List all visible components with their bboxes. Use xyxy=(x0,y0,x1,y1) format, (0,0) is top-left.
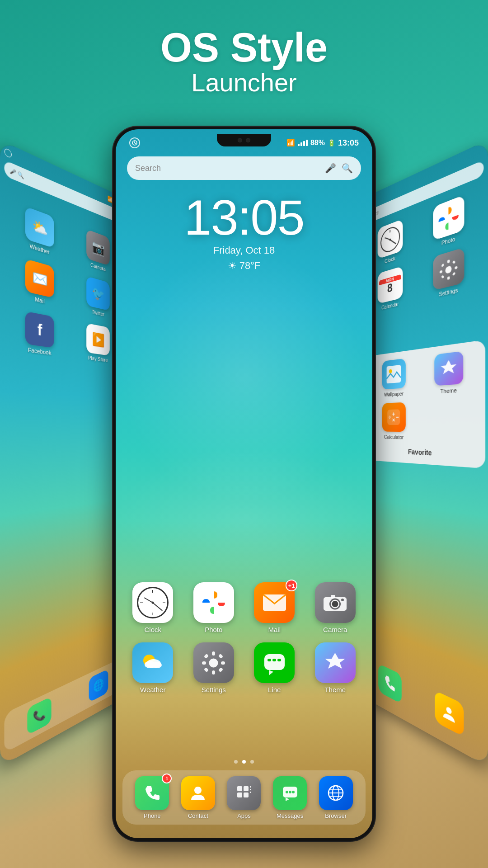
svg-rect-51 xyxy=(455,266,457,269)
search-bar[interactable]: Search 🎤 🔍 xyxy=(127,156,361,180)
app-clock[interactable]: Clock xyxy=(125,582,181,633)
svg-point-9 xyxy=(341,599,344,601)
app-theme[interactable]: Theme xyxy=(307,642,364,693)
svg-point-47 xyxy=(445,265,451,274)
dock-apps[interactable]: Apps xyxy=(227,776,261,819)
dock-contact[interactable]: Contact xyxy=(181,776,215,819)
settings-label: Settings xyxy=(202,686,226,693)
right-phone-svg xyxy=(383,673,395,694)
dock-browser[interactable]: Browser xyxy=(319,776,353,819)
app-weather[interactable]: Weather xyxy=(125,642,181,693)
photo-pinwheel-svg xyxy=(200,589,227,616)
folder-theme-icon xyxy=(434,351,463,386)
calendar-day: 8 xyxy=(387,281,392,294)
apps-grid-svg xyxy=(235,784,253,802)
app-grid: Clock Photo xyxy=(125,582,363,693)
svg-rect-16 xyxy=(212,670,215,675)
right-dock-phone[interactable] xyxy=(378,663,401,703)
mic-icon[interactable]: 🎤 xyxy=(325,163,336,174)
left-app-camera[interactable]: 📷 Camera xyxy=(86,229,110,274)
left-dock: 📞 🌐 xyxy=(4,657,123,753)
folder-grid: Wallpaper Theme xyxy=(372,349,477,442)
status-right: 📶 88% 🔋 13:05 xyxy=(286,138,359,148)
right-app-settings[interactable]: Settings xyxy=(433,247,464,299)
tick-3 xyxy=(163,602,165,603)
right-app-photo[interactable]: Photo xyxy=(433,195,464,249)
status-time: 13:05 xyxy=(338,138,359,148)
left-dock-chrome[interactable]: 🌐 xyxy=(89,669,108,703)
dock-messages[interactable]: Messages xyxy=(273,776,307,819)
left-app-grid: ⛅ Weather 📷 Camera ✉️ Mail 🐦 T xyxy=(5,199,123,374)
right-dock-contacts[interactable] xyxy=(435,690,464,737)
folder-theme[interactable]: Theme xyxy=(422,349,477,395)
svg-point-7 xyxy=(332,601,338,607)
dock-messages-icon xyxy=(273,776,307,810)
right-app-clock[interactable]: Clock xyxy=(378,219,403,267)
folder-calculator[interactable]: + × ÷ − Calculator xyxy=(372,402,417,441)
indicator-1 xyxy=(242,760,246,764)
clock-date: Friday, Oct 18 xyxy=(213,245,275,256)
weather-svg xyxy=(139,649,166,676)
camera-svg xyxy=(323,593,347,613)
dock-phone-label: Phone xyxy=(144,812,161,819)
left-app-mail[interactable]: ✉️ Mail xyxy=(25,259,54,307)
left-app-facebook[interactable]: f Facebook xyxy=(25,311,54,356)
left-wifi-icon: 📶 xyxy=(108,195,113,203)
tick-9 xyxy=(140,602,143,603)
dock-contact-icon xyxy=(181,776,215,810)
svg-rect-8 xyxy=(331,595,335,598)
right-app-calendar[interactable]: MON 8 Calendar xyxy=(378,266,403,311)
dock-apps-label: Apps xyxy=(237,812,251,819)
svg-rect-50 xyxy=(439,270,442,274)
folder-title: Favorite xyxy=(372,444,477,460)
svg-rect-49 xyxy=(447,276,449,279)
messages-svg xyxy=(281,784,299,802)
contact-svg xyxy=(189,784,207,802)
right-dock xyxy=(364,652,483,753)
left-weather-icon: ⛅ xyxy=(25,206,54,248)
app-line[interactable]: Line xyxy=(246,642,303,693)
svg-point-46 xyxy=(446,215,450,221)
left-dock-phone[interactable]: 📞 xyxy=(27,697,51,736)
svg-rect-34 xyxy=(250,789,251,790)
dock-phone[interactable]: 1 Phone xyxy=(135,776,169,819)
photo-label: Photo xyxy=(205,626,222,633)
indicator-0 xyxy=(234,760,238,764)
phone-left: 📶 13:05 🎤 🔍 ⛅ Weather 📷 Camera xyxy=(0,140,127,767)
svg-rect-35 xyxy=(250,792,251,793)
folder-theme-label: Theme xyxy=(440,387,457,394)
svg-rect-33 xyxy=(250,786,251,788)
svg-rect-15 xyxy=(212,651,215,656)
left-facebook-icon: f xyxy=(25,311,54,348)
signal-bars xyxy=(298,140,308,146)
weather-app-icon xyxy=(132,642,173,683)
theme-label: Theme xyxy=(324,686,346,693)
svg-rect-17 xyxy=(202,661,206,665)
app-camera[interactable]: Camera xyxy=(307,582,364,633)
clock-center xyxy=(152,602,154,604)
phone-svg xyxy=(143,784,161,802)
front-camera xyxy=(238,138,242,142)
app-mail[interactable]: +1 Mail xyxy=(246,582,303,633)
left-app-weather[interactable]: ⛅ Weather xyxy=(25,206,54,256)
weather-label: Weather xyxy=(140,686,165,693)
svg-rect-31 xyxy=(237,793,242,797)
left-app-twitter[interactable]: 🐦 Twitter xyxy=(86,276,110,318)
calculator-icon: + × ÷ − xyxy=(382,402,406,432)
svg-rect-23 xyxy=(264,654,285,670)
svg-rect-52 xyxy=(441,263,445,267)
phone-center: 📶 88% 🔋 13:05 Search xyxy=(113,127,375,841)
app-photo[interactable]: Photo xyxy=(186,582,242,633)
bar2 xyxy=(300,142,302,146)
right-photo-svg xyxy=(436,200,460,236)
folder-wallpaper[interactable]: Wallpaper xyxy=(372,357,417,398)
line-svg xyxy=(262,651,287,675)
search-icon[interactable]: 🔍 xyxy=(342,163,353,174)
right-clock-icon xyxy=(378,219,403,259)
photo-app-icon xyxy=(193,582,234,623)
phone-badge: 1 xyxy=(162,774,172,783)
alarm-icon xyxy=(131,140,138,146)
phones-container: 📶 13:05 🎤 🔍 ⛅ Weather 📷 Camera xyxy=(0,127,488,868)
left-app-playstore[interactable]: ▶️ Play Store xyxy=(86,323,110,363)
app-settings[interactable]: Settings xyxy=(186,642,242,693)
